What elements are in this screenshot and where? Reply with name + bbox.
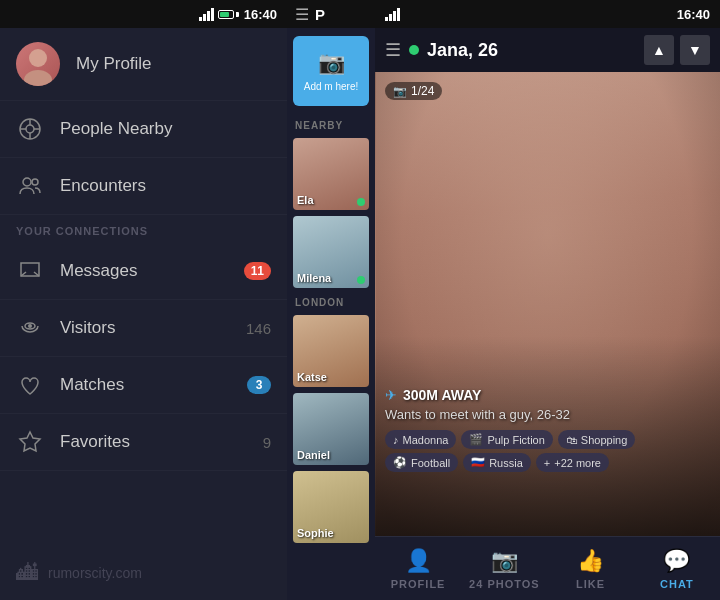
sidebar-item-matches[interactable]: Matches 3 <box>0 357 287 414</box>
avatar <box>16 42 60 86</box>
next-profile-button[interactable]: ▼ <box>680 35 710 65</box>
middle-panel: ☰ P 📷 Add m here! NEARBY Ela Milena LOND… <box>287 0 375 600</box>
nearby-user-ela-name: Ela <box>297 194 314 206</box>
interest-madonna[interactable]: ♪ Madonna <box>385 430 456 449</box>
connections-section-header: YOUR CONNECTIONS <box>0 215 287 243</box>
camera-icon: 📷 <box>318 50 345 76</box>
favorites-label: Favorites <box>60 432 247 452</box>
interest-pulp-fiction-label: Pulp Fiction <box>487 434 544 446</box>
add-photo-text: Add m here! <box>304 80 358 93</box>
london-user-sophie-name: Sophie <box>297 527 334 539</box>
nav-profile-button[interactable]: 👤 PROFILE <box>375 540 461 598</box>
svg-point-11 <box>28 324 32 328</box>
favorites-icon <box>16 428 44 456</box>
bottom-nav: 👤 PROFILE 📷 24 PHOTOS 👍 LIKE 💬 CHAT <box>375 536 720 600</box>
messages-badge: 11 <box>244 262 271 280</box>
profile-photo[interactable]: 📷 1/24 ✈ 300M AWAY Wants to meet with a … <box>375 72 720 536</box>
right-time: 16:40 <box>677 7 710 22</box>
profile-info-overlay: ✈ 300M AWAY Wants to meet with a guy, 26… <box>385 387 710 476</box>
flag-icon: 🇷🇺 <box>471 456 485 469</box>
chat-nav-label: CHAT <box>660 578 694 590</box>
london-user-katse[interactable]: Katse <box>293 315 369 387</box>
signal-icon <box>199 8 214 21</box>
interests-row-2: ⚽ Football 🇷🇺 Russia + +22 more <box>385 453 710 472</box>
sidebar-item-visitors[interactable]: Visitors 146 <box>0 300 287 357</box>
svg-point-3 <box>26 125 34 133</box>
svg-point-1 <box>24 70 52 86</box>
nav-chat-button[interactable]: 💬 CHAT <box>634 540 720 598</box>
left-status-bar: 16:40 <box>0 0 287 28</box>
messages-icon <box>16 257 44 285</box>
right-menu-icon[interactable]: ☰ <box>385 39 401 61</box>
interest-shopping[interactable]: 🛍 Shopping <box>558 430 636 449</box>
nearby-user-ela[interactable]: Ela <box>293 138 369 210</box>
nav-photos-button[interactable]: 📷 24 PHOTOS <box>461 540 547 598</box>
nav-like-button[interactable]: 👍 LIKE <box>548 540 634 598</box>
photos-nav-label: 24 PHOTOS <box>469 578 540 590</box>
prev-profile-button[interactable]: ▲ <box>644 35 674 65</box>
sidebar-item-messages[interactable]: Messages 11 <box>0 243 287 300</box>
messages-label: Messages <box>60 261 228 281</box>
sidebar-item-encounters[interactable]: Encounters <box>0 158 287 215</box>
interest-football[interactable]: ⚽ Football <box>385 453 458 472</box>
like-nav-label: LIKE <box>576 578 605 590</box>
music-icon: ♪ <box>393 434 399 446</box>
right-status-bar: 16:40 <box>375 0 720 28</box>
london-user-daniel-name: Daniel <box>297 449 330 461</box>
more-icon: + <box>544 457 550 469</box>
photos-nav-icon: 📷 <box>491 548 518 574</box>
interest-russia-label: Russia <box>489 457 523 469</box>
encounters-icon <box>16 172 44 200</box>
chat-nav-icon: 💬 <box>663 548 690 574</box>
photo-counter-camera-icon: 📷 <box>393 85 407 98</box>
nearby-user-milena-name: Milena <box>297 272 331 284</box>
photo-counter: 📷 1/24 <box>385 82 442 100</box>
people-nearby-icon <box>16 115 44 143</box>
hamburger-icon[interactable]: ☰ <box>295 5 309 24</box>
interest-pulp-fiction[interactable]: 🎬 Pulp Fiction <box>461 430 552 449</box>
matches-badge: 3 <box>247 376 271 394</box>
film-icon: 🎬 <box>469 433 483 446</box>
add-photo-card[interactable]: 📷 Add m here! <box>293 36 369 106</box>
my-profile-label: My Profile <box>76 54 271 74</box>
sidebar-item-people-nearby[interactable]: People Nearby <box>0 101 287 158</box>
profile-nav-icon: 👤 <box>405 548 432 574</box>
svg-point-0 <box>29 49 47 67</box>
online-dot-2 <box>357 276 365 284</box>
distance-tag: ✈ 300M AWAY <box>385 387 710 403</box>
profile-nav-arrows: ▲ ▼ <box>644 35 710 65</box>
distance-text: 300M AWAY <box>403 387 481 403</box>
brand-icon: 🏙 <box>16 560 38 586</box>
right-signal-icon <box>385 8 400 21</box>
middle-title: P <box>315 6 325 23</box>
svg-point-8 <box>23 178 31 186</box>
london-section-label: LONDON <box>287 291 375 312</box>
brand-footer: 🏙 rumorscity.com <box>0 546 287 600</box>
favorites-count: 9 <box>263 434 271 451</box>
interest-russia[interactable]: 🇷🇺 Russia <box>463 453 531 472</box>
left-panel: 16:40 My Profile People Nearby <box>0 0 287 600</box>
encounters-label: Encounters <box>60 176 271 196</box>
my-profile-item[interactable]: My Profile <box>0 28 287 101</box>
middle-status-bar: ☰ P <box>287 0 375 28</box>
london-user-katse-name: Katse <box>297 371 327 383</box>
nearby-section-label: NEARBY <box>287 114 375 135</box>
profile-nav-label: PROFILE <box>391 578 446 590</box>
visitors-count: 146 <box>246 320 271 337</box>
location-icon: ✈ <box>385 387 397 403</box>
london-user-sophie[interactable]: Sophie <box>293 471 369 543</box>
interest-madonna-label: Madonna <box>403 434 449 446</box>
sidebar-item-favorites[interactable]: Favorites 9 <box>0 414 287 471</box>
matches-label: Matches <box>60 375 231 395</box>
nearby-user-milena[interactable]: Milena <box>293 216 369 288</box>
visitors-label: Visitors <box>60 318 230 338</box>
online-status-dot <box>409 45 419 55</box>
london-user-daniel[interactable]: Daniel <box>293 393 369 465</box>
left-time: 16:40 <box>244 7 277 22</box>
people-nearby-label: People Nearby <box>60 119 271 139</box>
visitors-icon <box>16 314 44 342</box>
profile-name: Jana, 26 <box>427 40 636 61</box>
like-nav-icon: 👍 <box>577 548 604 574</box>
right-panel: 16:40 ☰ Jana, 26 ▲ ▼ 📷 1/24 ✈ 300M AWAY … <box>375 0 720 600</box>
interest-more[interactable]: + +22 more <box>536 453 609 472</box>
